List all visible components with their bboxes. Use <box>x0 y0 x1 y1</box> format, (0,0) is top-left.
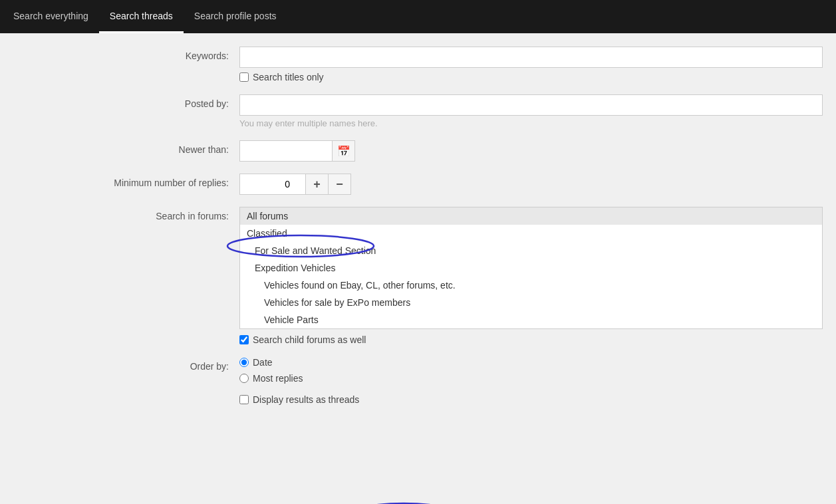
calendar-icon: 📅 <box>337 145 350 158</box>
order-by-row: Order by: Date Most replies Display resu… <box>0 357 836 405</box>
order-by-controls: Date Most replies Display results as thr… <box>239 357 823 405</box>
search-child-forums-checkbox[interactable] <box>239 335 249 344</box>
decrement-button[interactable]: − <box>329 174 351 195</box>
keywords-row: Keywords: Search titles only <box>0 47 836 82</box>
top-nav: Search everything Search threads Search … <box>0 0 836 33</box>
order-by-date-row: Date <box>239 357 823 368</box>
search-child-forums-row: Search child forums as well <box>239 334 823 345</box>
number-stepper: + − <box>239 174 823 195</box>
order-by-replies-label: Most replies <box>253 373 303 384</box>
newer-than-controls: 📅 <box>239 140 823 162</box>
main-content: Keywords: Search titles only Posted by: … <box>0 33 836 504</box>
for-sale-wanted-label: For Sale and Wanted Section <box>255 245 376 256</box>
calendar-button[interactable]: 📅 <box>333 140 355 162</box>
forum-item-vehicles-expo[interactable]: Vehicles for sale by ExPo members <box>240 294 822 311</box>
order-by-replies-row: Most replies <box>239 373 823 384</box>
keywords-controls: Search titles only <box>239 47 823 82</box>
forum-item-for-sale-wanted[interactable]: For Sale and Wanted Section <box>240 242 822 259</box>
forum-item-vehicles-ebay[interactable]: Vehicles found on Ebay, CL, other forums… <box>240 277 822 294</box>
order-by-date-radio[interactable] <box>239 358 249 367</box>
newer-than-label: Newer than: <box>13 140 239 155</box>
forum-item-classified[interactable]: Classified <box>240 225 822 242</box>
search-forums-label: Search in forums: <box>13 207 239 221</box>
display-results-label: Display results as threads <box>253 394 359 405</box>
min-replies-input[interactable] <box>239 174 306 195</box>
date-input-wrap: 📅 <box>239 140 823 162</box>
posted-by-label: Posted by: <box>13 94 239 109</box>
search-forums-row: Search in forums: All forums Classified … <box>0 207 836 345</box>
posted-by-controls: You may enter multiple names here. <box>239 94 823 128</box>
forum-item-all-forums[interactable]: All forums <box>240 207 822 225</box>
search-titles-only-label: Search titles only <box>253 72 324 82</box>
min-replies-label: Minimum number of replies: <box>13 174 239 188</box>
order-by-date-label: Date <box>253 357 273 368</box>
display-results-checkbox[interactable] <box>239 395 249 404</box>
tab-search-everything[interactable]: Search everything <box>3 0 99 33</box>
newer-than-row: Newer than: 📅 <box>0 140 836 162</box>
search-titles-only-row: Search titles only <box>239 72 823 82</box>
order-by-replies-radio[interactable] <box>239 374 249 383</box>
forums-list: All forums Classified For Sale and Wante… <box>239 207 823 329</box>
forum-item-expedition-vehicles[interactable]: Expedition Vehicles <box>240 259 822 277</box>
min-replies-controls: + − <box>239 174 823 195</box>
order-by-label: Order by: <box>13 357 239 372</box>
search-child-forums-label: Search child forums as well <box>253 334 366 345</box>
display-results-row: Display results as threads <box>239 394 823 405</box>
tab-search-threads[interactable]: Search threads <box>99 0 184 33</box>
keywords-label: Keywords: <box>13 47 239 61</box>
increment-button[interactable]: + <box>306 174 329 195</box>
search-forums-controls: All forums Classified For Sale and Wante… <box>239 207 823 345</box>
forums-wrap: All forums Classified For Sale and Wante… <box>239 207 823 329</box>
search-titles-only-checkbox[interactable] <box>239 72 249 82</box>
keywords-input[interactable] <box>239 47 823 68</box>
posted-by-input[interactable] <box>239 94 823 116</box>
min-replies-row: Minimum number of replies: + − <box>0 174 836 195</box>
posted-by-helper: You may enter multiple names here. <box>239 118 823 128</box>
forum-item-vehicle-parts[interactable]: Vehicle Parts <box>240 311 822 328</box>
posted-by-row: Posted by: You may enter multiple names … <box>0 94 836 128</box>
newer-than-input[interactable] <box>239 140 333 162</box>
tab-search-profile-posts[interactable]: Search profile posts <box>184 0 287 33</box>
search-form: Keywords: Search titles only Posted by: … <box>0 47 836 405</box>
